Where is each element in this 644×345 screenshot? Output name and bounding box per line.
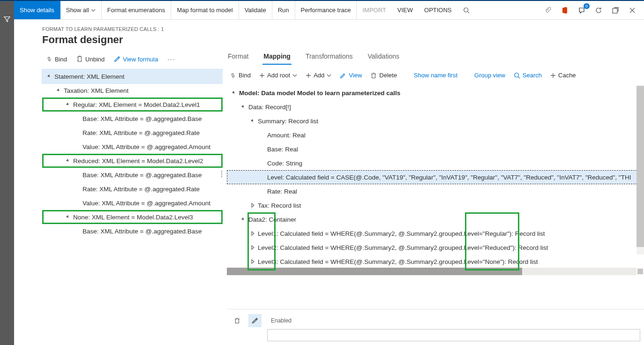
tree-row[interactable]: Rate: XML Attribute = @.aggregated.Rate [42, 182, 223, 196]
view-formula-button[interactable]: View formula [110, 54, 162, 65]
svg-point-0 [464, 8, 468, 12]
mapping-search-button[interactable]: Search [511, 70, 545, 81]
tree-row-regular[interactable]: Regular: XML Element = Model.Data2.Level… [42, 98, 223, 112]
format-enumerations-button[interactable]: Format enumerations [102, 1, 172, 19]
command-bar: Show details Show all Format enumeration… [14, 1, 644, 20]
show-all-button[interactable]: Show all [60, 1, 102, 19]
delete-button[interactable]: Delete [367, 70, 400, 81]
show-details-button[interactable]: Show details [14, 1, 60, 19]
unbind-button[interactable]: Unbind [73, 54, 108, 65]
right-tabs: Format Mapping Transformations Validatio… [223, 49, 644, 65]
bottom-delete-icon[interactable] [231, 314, 244, 327]
caret-expanded-icon[interactable] [249, 118, 256, 124]
caret-collapsed-icon[interactable] [249, 230, 256, 237]
breadcrumb: FORMAT TO LEARN PARAMETERIZED CALLS : 1 [42, 26, 644, 32]
more-button[interactable]: ··· [164, 53, 180, 65]
scrollbar-corner [637, 269, 643, 274]
tree-row[interactable]: Rate: XML Attribute = @.aggregated.Rate [42, 126, 223, 140]
tree-row[interactable]: Amount: Real [227, 128, 644, 142]
tree-row[interactable]: Base: XML Attribute = @.aggregated.Base [42, 224, 223, 238]
attach-icon[interactable] [543, 5, 553, 15]
tree-row-reduced[interactable]: Reduced: XML Element = Model.Data2.Level… [42, 154, 223, 168]
caret-expanded-icon[interactable] [240, 104, 247, 110]
filter-icon[interactable] [4, 16, 10, 24]
tree-row[interactable]: Base: XML Attribute = @.aggregated.Base [42, 112, 223, 126]
tree-row-data2[interactable]: Data2: Container [227, 212, 644, 226]
close-icon[interactable] [627, 5, 637, 15]
validate-button[interactable]: Validate [239, 1, 272, 19]
format-tree: Statement: XML Element Taxation: XML Ele… [42, 69, 223, 238]
import-button: IMPORT [357, 1, 391, 19]
messages-icon[interactable] [577, 5, 587, 15]
left-rail [0, 1, 14, 345]
enabled-input[interactable] [267, 329, 640, 341]
horizontal-scrollbar-thumb[interactable] [227, 268, 522, 275]
tree-row-model[interactable]: Model: Data model Model to learn paramet… [227, 86, 644, 100]
enabled-label: Enabled [271, 317, 292, 324]
tab-mapping[interactable]: Mapping [262, 49, 292, 65]
performance-trace-button[interactable]: Performance trace [295, 1, 357, 19]
tree-row-level1[interactable]: Level1: Calculated field = WHERE(@.Summa… [227, 226, 644, 240]
tab-validations[interactable]: Validations [367, 49, 400, 65]
map-format-button[interactable]: Map format to model [171, 1, 239, 19]
tree-row-level2[interactable]: Level2: Calculated field = WHERE(@.Summa… [227, 240, 644, 255]
bottom-edit-icon[interactable] [248, 314, 262, 327]
tree-row[interactable]: Base: Real [227, 142, 644, 156]
tree-row[interactable]: Base: XML Attribute = @.aggregated.Base [42, 168, 223, 182]
options-menu-button[interactable]: OPTIONS [419, 1, 457, 19]
office-icon[interactable] [560, 5, 570, 15]
view-menu-button[interactable]: VIEW [392, 1, 419, 19]
caret-expanded-icon[interactable] [46, 73, 52, 80]
caret-expanded-icon[interactable] [65, 158, 71, 164]
caret-expanded-icon[interactable] [240, 216, 247, 223]
refresh-icon[interactable] [593, 5, 604, 15]
page-title: Format designer [42, 34, 644, 46]
vertical-scrollbar-thumb[interactable] [637, 86, 644, 247]
tree-row-summary[interactable]: Summary: Record list [227, 114, 644, 128]
view-button[interactable]: View [337, 70, 365, 81]
popout-icon[interactable] [610, 5, 621, 15]
tree-row-none[interactable]: None: XML Element = Model.Data2.Level3 [42, 210, 223, 224]
tree-row[interactable]: Value: XML Attribute = @.aggregated.Amou… [42, 140, 223, 154]
mapping-tree: Model: Data model Model to learn paramet… [227, 86, 644, 269]
caret-collapsed-icon[interactable] [249, 244, 256, 251]
tree-row-tax[interactable]: Tax: Record list [227, 198, 644, 212]
run-button[interactable]: Run [272, 1, 295, 19]
tree-row[interactable]: Value: XML Attribute = @.aggregated.Amou… [42, 196, 223, 210]
tab-format[interactable]: Format [227, 49, 249, 65]
group-view-button[interactable]: Group view [472, 70, 508, 81]
caret-expanded-icon[interactable] [65, 101, 71, 108]
svg-rect-5 [236, 319, 239, 323]
caret-collapsed-icon[interactable] [249, 202, 256, 209]
cache-button[interactable]: Cache [547, 70, 579, 81]
caret-collapsed-icon[interactable] [249, 258, 256, 265]
tree-row-data[interactable]: Data: Record[!] [227, 100, 644, 114]
caret-expanded-icon[interactable] [231, 90, 237, 96]
svg-rect-1 [613, 8, 617, 13]
tab-transformations[interactable]: Transformations [305, 49, 354, 65]
caret-expanded-icon[interactable] [55, 87, 62, 94]
search-button[interactable] [457, 1, 475, 19]
bind-button[interactable]: Bind [42, 54, 71, 65]
svg-rect-3 [372, 74, 375, 78]
tree-row-level[interactable]: Level: Calculated field = CASE(@.Code, "… [227, 170, 644, 184]
svg-point-4 [515, 73, 519, 77]
tree-row[interactable]: Rate: Real [227, 184, 644, 198]
tree-row-taxation[interactable]: Taxation: XML Element [42, 83, 223, 98]
tree-row[interactable]: Code: String [227, 156, 644, 170]
show-name-first-button[interactable]: Show name first [411, 70, 460, 81]
add-button[interactable]: Add [303, 70, 334, 81]
mapping-bind-button[interactable]: Bind [227, 70, 254, 81]
add-root-button[interactable]: Add root [256, 70, 300, 81]
tree-row-level3[interactable]: Level3: Calculated field = WHERE(@.Summa… [227, 255, 644, 269]
caret-expanded-icon[interactable] [65, 214, 71, 220]
svg-rect-2 [78, 57, 82, 62]
tree-row-statement[interactable]: Statement: XML Element [42, 69, 223, 83]
